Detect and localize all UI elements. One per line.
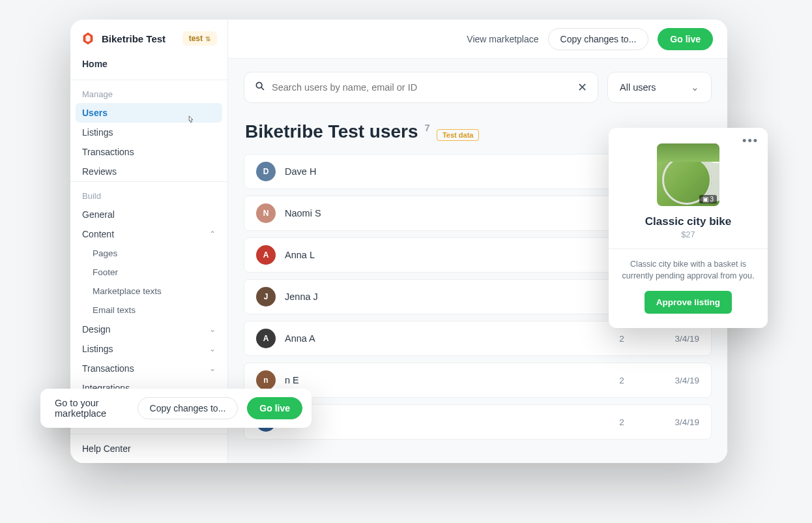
go-live-button-floating[interactable]: Go live: [247, 397, 302, 419]
avatar: N: [256, 203, 276, 223]
sidebar-item-general[interactable]: General: [70, 205, 227, 224]
marketplace-action-bar: Go to your marketplace Copy changes to..…: [40, 389, 312, 428]
divider: [609, 248, 768, 249]
avatar: A: [256, 329, 276, 348]
sidebar-item-build-transactions[interactable]: Transactions ⌄: [70, 359, 227, 378]
go-live-button[interactable]: Go live: [658, 28, 713, 50]
sidebar-item-reviews[interactable]: Reviews: [70, 162, 227, 181]
user-count: 2: [599, 334, 645, 344]
sidebar-section-manage: Manage: [70, 80, 227, 103]
user-count: 2: [599, 376, 645, 385]
photo-count-badge: ▣ 3: [699, 195, 717, 203]
avatar: J: [256, 287, 276, 306]
user-count: 2: [599, 417, 645, 427]
user-filter-select[interactable]: All users ⌄: [607, 72, 712, 103]
user-name: Anna A: [285, 333, 590, 344]
listing-price: $27: [619, 230, 757, 239]
copy-changes-button[interactable]: Copy changes to...: [548, 28, 649, 50]
listing-approval-card: ••• ▣ 3 Classic city bike $27 Classic ci…: [609, 128, 768, 328]
sidebar-item-email-texts[interactable]: Email texts: [70, 301, 227, 320]
owner-avatar: [705, 143, 719, 163]
user-count: 7: [425, 122, 430, 133]
sidebar-item-marketplace-texts[interactable]: Marketplace texts: [70, 282, 227, 301]
avatar: n: [256, 370, 276, 390]
topbar: View marketplace Copy changes to... Go l…: [228, 20, 727, 59]
view-marketplace-link[interactable]: View marketplace: [467, 34, 538, 44]
sidebar-item-pages[interactable]: Pages: [70, 244, 227, 263]
sidebar-item-home[interactable]: Home: [70, 52, 227, 80]
chevron-updown-icon: ⇅: [205, 35, 210, 42]
svg-line-1: [261, 87, 264, 90]
sidebar-item-transactions[interactable]: Transactions: [70, 142, 227, 162]
page-title: Biketribe Test users: [245, 121, 418, 142]
env-label: test: [189, 34, 203, 43]
avatar: D: [256, 162, 276, 181]
listing-image[interactable]: ▣ 3: [657, 143, 719, 206]
action-bar-label: Go to your marketplace: [55, 398, 128, 419]
copy-changes-button-floating[interactable]: Copy changes to...: [138, 397, 239, 419]
workspace-switcher[interactable]: Biketribe Test test ⇅: [70, 20, 227, 52]
workspace-name: Biketribe Test: [102, 33, 176, 44]
sidebar-item-users[interactable]: Users: [76, 103, 222, 123]
search-box[interactable]: ✕: [244, 72, 598, 103]
more-icon[interactable]: •••: [742, 134, 759, 148]
user-date: 3/4/19: [654, 334, 699, 344]
filter-label: All users: [620, 82, 656, 93]
listing-description: Classic city bike with a basket is curre…: [619, 258, 757, 282]
listing-title: Classic city bike: [619, 215, 757, 228]
sidebar-item-content[interactable]: Content ⌃: [70, 224, 227, 244]
search-icon: [255, 81, 265, 94]
sidebar-item-help-center[interactable]: Help Center: [70, 434, 227, 463]
clear-icon[interactable]: ✕: [577, 80, 587, 95]
chevron-down-icon: ⌄: [209, 344, 216, 353]
sidebar-item-listings[interactable]: Listings: [70, 123, 227, 142]
chevron-down-icon: ⌄: [209, 364, 216, 373]
env-badge[interactable]: test ⇅: [182, 31, 217, 46]
sidebar-section-build: Build: [70, 181, 227, 205]
logo-icon: [81, 31, 95, 46]
user-name: H: [285, 417, 590, 427]
sidebar-item-design[interactable]: Design ⌄: [70, 320, 227, 339]
user-row[interactable]: nn E23/4/19: [244, 363, 712, 398]
chevron-down-icon: ⌄: [691, 82, 699, 93]
sidebar-item-build-listings[interactable]: Listings ⌄: [70, 339, 227, 359]
avatar: A: [256, 245, 276, 265]
user-date: 3/4/19: [654, 376, 699, 385]
chevron-up-icon: ⌃: [209, 230, 216, 239]
test-data-badge: Test data: [437, 129, 479, 141]
user-row[interactable]: HH23/4/19: [244, 404, 712, 440]
svg-point-0: [256, 82, 262, 88]
user-name: n E: [285, 375, 590, 385]
chevron-down-icon: ⌄: [209, 325, 216, 334]
search-input[interactable]: [272, 82, 577, 93]
sidebar-item-footer[interactable]: Footer: [70, 263, 227, 282]
approve-listing-button[interactable]: Approve listing: [645, 291, 732, 314]
user-date: 3/4/19: [654, 417, 699, 427]
